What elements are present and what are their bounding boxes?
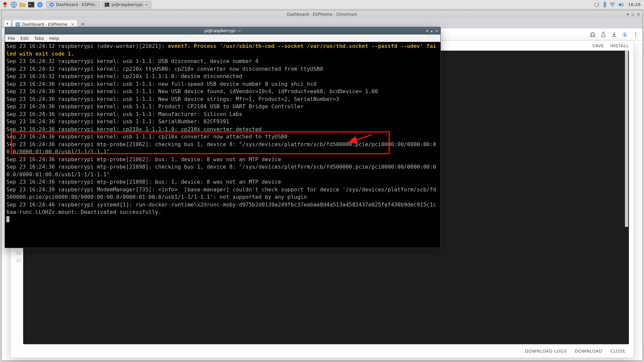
task-terminal[interactable]: >_ pi@raspberrypi: ~ (102, 1, 151, 8)
clock[interactable]: 16:26 (627, 2, 641, 7)
svg-point-10 (51, 4, 53, 5)
menu-help[interactable]: Help (49, 36, 59, 41)
launcher-area: >_ (0, 0, 44, 9)
terminal-menubar: File Edit Tabs Help (5, 35, 440, 42)
close-button[interactable]: CLOSE (610, 349, 626, 354)
task-label: pi@raspberrypi: ~ (111, 2, 148, 7)
kebab-menu-icon[interactable] (632, 31, 640, 39)
close-icon[interactable]: × (637, 12, 640, 17)
svg-rect-2 (3, 6, 7, 7)
browser-window-controls: ▾ ▫ × (627, 12, 640, 17)
labs-icon[interactable] (599, 31, 607, 39)
svg-point-0 (3, 2, 7, 5)
svg-point-16 (635, 32, 636, 33)
task-chromium[interactable]: Dashboard - ESPHo.. (46, 1, 100, 8)
svg-point-18 (635, 36, 636, 37)
bluetooth-icon[interactable] (602, 2, 607, 8)
close-icon[interactable]: × (435, 29, 438, 33)
svg-text:>_: >_ (29, 3, 34, 7)
minimize-icon[interactable]: ▾ (426, 29, 428, 33)
menu-edit[interactable]: Edit (20, 36, 29, 41)
volume-icon[interactable] (618, 2, 624, 7)
file-manager-icon[interactable] (18, 0, 27, 9)
menu-file[interactable]: File (8, 36, 15, 41)
chromium-icon[interactable] (36, 0, 44, 9)
download-logs-button[interactable]: DOWNLOAD LOGS (525, 349, 567, 354)
save-button[interactable]: SAVE (592, 43, 604, 48)
dialog-footer: DOWNLOAD LOGS DOWNLOAD CLOSE (10, 344, 634, 358)
svg-point-13 (612, 6, 613, 7)
download-button[interactable]: DOWNLOAD (575, 349, 602, 354)
menu-tabs[interactable]: Tabs (34, 36, 44, 41)
extensions-icon[interactable] (589, 31, 597, 39)
terminal-launcher-icon[interactable]: >_ (27, 0, 36, 9)
browser-titlebar[interactable]: Dashboard - ESPHome - Chromium ▾ ▫ × (2, 10, 642, 18)
downloads-icon[interactable] (610, 31, 618, 39)
scrollbar[interactable] (625, 51, 628, 227)
tab-close-icon[interactable]: × (69, 22, 74, 27)
system-tray: 16:26 (594, 2, 644, 8)
svg-text:>_: >_ (106, 3, 109, 6)
tasklist: Dashboard - ESPHo.. >_ pi@raspberrypi: ~ (46, 1, 153, 8)
tab-search-button[interactable]: ▾ (4, 20, 11, 27)
maximize-icon[interactable]: ▫ (632, 12, 634, 17)
terminal-titlebar[interactable]: pi@raspberrypi: ~ ▾ ▴ × (5, 27, 440, 35)
application-menu-icon[interactable] (1, 0, 9, 9)
web-browser-icon[interactable] (9, 0, 18, 9)
svg-point-17 (635, 34, 636, 35)
profile-icon[interactable] (621, 31, 629, 39)
favicon-icon (15, 22, 20, 27)
minimize-icon[interactable]: ▾ (627, 12, 629, 17)
maximize-icon[interactable]: ▴ (431, 29, 433, 33)
browser-window-title: Dashboard - ESPHome - Chromium (287, 12, 357, 17)
task-label: Dashboard - ESPHo.. (56, 2, 97, 7)
terminal-title: pi@raspberrypi: ~ (204, 28, 241, 33)
taskbar: >_ Dashboard - ESPHo.. >_ pi@raspberrypi… (0, 0, 644, 9)
terminal-content[interactable]: Sep 23 16:24:12 raspberrypi (udev-worker… (5, 42, 440, 248)
wifi-icon[interactable] (609, 2, 615, 7)
terminal-window-controls: ▾ ▴ × (426, 29, 438, 33)
svg-point-8 (39, 4, 41, 5)
updates-icon[interactable] (594, 2, 599, 7)
tab-title: Dashboard - ESPHome (22, 22, 67, 27)
svg-point-15 (624, 33, 626, 35)
terminal-window: pi@raspberrypi: ~ ▾ ▴ × File Edit Tabs H… (5, 27, 441, 248)
install-button[interactable]: INSTALL (610, 43, 629, 48)
